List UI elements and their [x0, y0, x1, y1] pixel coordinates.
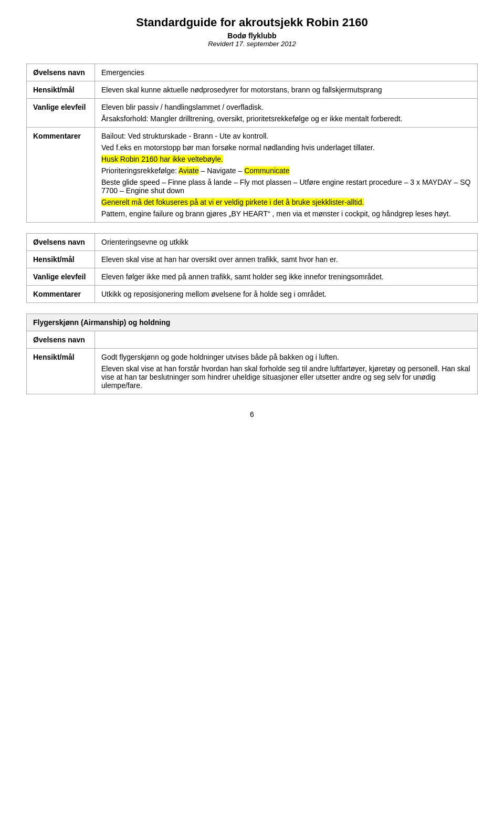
aviate-text: Aviate	[178, 166, 199, 175]
value-hensikt-1: Eleven skal kunne aktuelle nødprosedyrer…	[95, 81, 478, 99]
komm-1-p3: Husk Robin 2160 har ikke veltebøyle.	[101, 155, 471, 163]
row-title-3: Flygerskjønn (Airmanship) og holdning	[27, 314, 478, 331]
label-vanlige-1: Vanlige elevfeil	[27, 99, 95, 128]
value-kommentarer-2: Utkikk og reposisjonering mellom øvelsen…	[95, 286, 478, 303]
row-ovelsens-navn-1: Øvelsens navn Emergencies	[27, 64, 478, 81]
value-ovelsens-1: Emergencies	[95, 64, 478, 81]
row-ovelsens-2: Øvelsens navn Orienteringsevne og utkikk	[27, 234, 478, 251]
vanlige-1-p2: Årsaksforhold: Mangler drilltrening, ove…	[101, 114, 471, 123]
value-hensikt-3: Godt flygerskjønn og gode holdninger utv…	[95, 349, 478, 394]
komm-1-p5: Beste glide speed – Finne plass å lande …	[101, 178, 471, 195]
komm-1-p4: Prioriteringsrekkefølge: Aviate – Naviga…	[101, 166, 471, 175]
value-ovelsens-3	[95, 331, 478, 349]
page-number: 6	[26, 410, 478, 418]
page-title: Standardguide for akroutsjekk Robin 2160	[26, 16, 478, 29]
row-hensikt-3: Hensikt/mål Godt flygerskjønn og gode ho…	[27, 349, 478, 394]
section-flygerskonn: Flygerskjønn (Airmanship) og holdning Øv…	[26, 313, 478, 394]
communicate-text: Communicate	[244, 166, 289, 175]
row-hensikt-1: Hensikt/mål Eleven skal kunne aktuelle n…	[27, 81, 478, 99]
label-hensikt-1: Hensikt/mål	[27, 81, 95, 99]
label-vanlige-2: Vanlige elevfeil	[27, 268, 95, 286]
bailout-text: Bailout: Ved strukturskade - Brann - Ute…	[101, 132, 268, 140]
value-ovelsens-2: Orienteringsevne og utkikk	[95, 234, 478, 251]
row-kommentarer-2: Kommentarer Utkikk og reposisjonering me…	[27, 286, 478, 303]
label-hensikt-2: Hensikt/mål	[27, 251, 95, 268]
club-name: Bodø flyklubb	[26, 32, 478, 40]
hensikt-3-p2: Eleven skal vise at han forstår hvordan …	[101, 364, 471, 390]
prioritering-pre: Prioriteringsrekkefølge:	[101, 166, 178, 175]
komm-1-p6: Generelt må det fokuseres på at vi er ve…	[101, 198, 471, 206]
value-kommentarer-1: Bailout: Ved strukturskade - Brann - Ute…	[95, 128, 478, 223]
husk-text: Husk Robin 2160 har ikke veltebøyle.	[101, 155, 223, 163]
label-kommentarer-1: Kommentarer	[27, 128, 95, 223]
label-ovelsens-2: Øvelsens navn	[27, 234, 95, 251]
revision-date: Revidert 17. september 2012	[26, 40, 478, 48]
row-vanlige-1: Vanlige elevfeil Eleven blir passiv / ha…	[27, 99, 478, 128]
komm-1-p1: Bailout: Ved strukturskade - Brann - Ute…	[101, 132, 471, 140]
hensikt-3-p1: Godt flygerskjønn og gode holdninger utv…	[101, 353, 471, 361]
value-vanlige-2: Eleven følger ikke med på annen trafikk,…	[95, 268, 478, 286]
value-vanlige-1: Eleven blir passiv / handlingslammet / o…	[95, 99, 478, 128]
komm-1-p7: Pattern, engine failure og brann gjøres …	[101, 210, 471, 218]
label-ovelsens-3: Øvelsens navn	[27, 331, 95, 349]
title-3: Flygerskjønn (Airmanship) og holdning	[27, 314, 478, 331]
generelt-text: Generelt må det fokuseres på at vi er ve…	[101, 198, 364, 206]
vanlige-1-p1: Eleven blir passiv / handlingslammet / o…	[101, 103, 471, 111]
section-orientering: Øvelsens navn Orienteringsevne og utkikk…	[26, 233, 478, 303]
navigate-text: – Navigate –	[199, 166, 244, 175]
value-hensikt-2: Eleven skal vise at han har oversikt ove…	[95, 251, 478, 268]
komm-1-p2: Ved f.eks en motorstopp bør man forsøke …	[101, 143, 471, 152]
label-ovelsens-1: Øvelsens navn	[27, 64, 95, 81]
label-hensikt-3: Hensikt/mål	[27, 349, 95, 394]
section-emergencies: Øvelsens navn Emergencies Hensikt/mål El…	[26, 64, 478, 223]
row-ovelsens-3: Øvelsens navn	[27, 331, 478, 349]
row-kommentarer-1: Kommentarer Bailout: Ved strukturskade -…	[27, 128, 478, 223]
row-hensikt-2: Hensikt/mål Eleven skal vise at han har …	[27, 251, 478, 268]
label-kommentarer-2: Kommentarer	[27, 286, 95, 303]
page-header: Standardguide for akroutsjekk Robin 2160…	[26, 16, 478, 48]
row-vanlige-2: Vanlige elevfeil Eleven følger ikke med …	[27, 268, 478, 286]
